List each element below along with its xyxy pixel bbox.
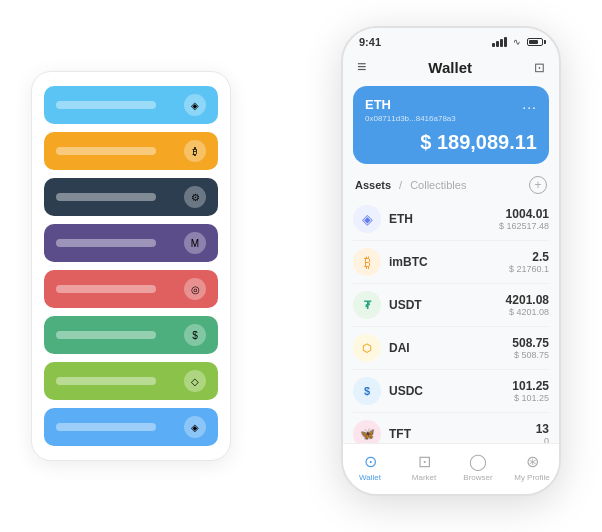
list-item[interactable]: ₿ (44, 132, 218, 170)
assets-header: Assets / Collectibles + (343, 168, 559, 198)
card-text (56, 285, 156, 293)
profile-nav-label: My Profile (514, 473, 550, 482)
asset-amount: 13 (536, 422, 549, 436)
nav-wallet[interactable]: ⊙ Wallet (348, 452, 392, 482)
asset-symbol: USDT (389, 298, 506, 312)
card-icon: ◇ (184, 370, 206, 392)
tft-logo: 🦋 (353, 420, 381, 443)
asset-values: 508.75 $ 508.75 (512, 336, 549, 360)
profile-nav-icon: ⊛ (526, 452, 539, 471)
eth-card-title: ETH (365, 97, 391, 112)
table-row[interactable]: ₿ imBTC 2.5 $ 21760.1 (353, 241, 549, 284)
wallet-nav-label: Wallet (359, 473, 381, 482)
eth-card-header: ETH ... (365, 96, 537, 112)
asset-symbol: imBTC (389, 255, 509, 269)
eth-card[interactable]: ETH ... 0x08711d3b...8416a78a3 $ 189,089… (353, 86, 549, 164)
browser-nav-label: Browser (463, 473, 492, 482)
asset-usd: $ 4201.08 (506, 307, 549, 317)
dai-logo: ⬡ (353, 334, 381, 362)
card-stack: ◈ ₿ ⚙ M ◎ $ ◇ ◈ (31, 71, 231, 461)
asset-usd: $ 162517.48 (499, 221, 549, 231)
card-text (56, 193, 156, 201)
table-row[interactable]: $ USDC 101.25 $ 101.25 (353, 370, 549, 413)
asset-usd: $ 508.75 (512, 350, 549, 360)
card-icon: ◈ (184, 94, 206, 116)
asset-values: 13 0 (536, 422, 549, 443)
nav-bar: ≡ Wallet ⊡ (343, 52, 559, 82)
signal-icon (492, 37, 507, 47)
nav-browser[interactable]: ◯ Browser (456, 452, 500, 482)
eth-logo: ◈ (353, 205, 381, 233)
card-text (56, 423, 156, 431)
wallet-nav-icon: ⊙ (364, 452, 377, 471)
status-bar: 9:41 ∿ (343, 28, 559, 52)
battery-fill (529, 40, 538, 44)
asset-usd: $ 21760.1 (509, 264, 549, 274)
scan-icon[interactable]: ⊡ (534, 60, 545, 75)
battery-icon (527, 38, 543, 46)
card-text (56, 239, 156, 247)
status-time: 9:41 (359, 36, 381, 48)
asset-values: 4201.08 $ 4201.08 (506, 293, 549, 317)
card-text (56, 377, 156, 385)
asset-values: 2.5 $ 21760.1 (509, 250, 549, 274)
list-item[interactable]: ◈ (44, 408, 218, 446)
list-item[interactable]: $ (44, 316, 218, 354)
card-icon: $ (184, 324, 206, 346)
imbtc-logo: ₿ (353, 248, 381, 276)
list-item[interactable]: ◎ (44, 270, 218, 308)
assets-tabs: Assets / Collectibles (355, 179, 466, 191)
nav-market[interactable]: ⊡ Market (402, 452, 446, 482)
asset-values: 101.25 $ 101.25 (512, 379, 549, 403)
browser-nav-icon: ◯ (469, 452, 487, 471)
asset-amount: 508.75 (512, 336, 549, 350)
eth-card-balance: $ 189,089.11 (420, 131, 537, 153)
eth-card-address: 0x08711d3b...8416a78a3 (365, 114, 537, 123)
menu-icon[interactable]: ≡ (357, 58, 366, 76)
usdc-logo: $ (353, 377, 381, 405)
asset-symbol: TFT (389, 427, 536, 441)
asset-amount: 4201.08 (506, 293, 549, 307)
market-nav-icon: ⊡ (418, 452, 431, 471)
bottom-nav: ⊙ Wallet ⊡ Market ◯ Browser ⊛ My Profile (343, 443, 559, 494)
asset-usd: $ 101.25 (512, 393, 549, 403)
card-icon: ₿ (184, 140, 206, 162)
table-row[interactable]: ⬡ DAI 508.75 $ 508.75 (353, 327, 549, 370)
list-item[interactable]: ◇ (44, 362, 218, 400)
nav-title: Wallet (428, 59, 472, 76)
asset-values: 1004.01 $ 162517.48 (499, 207, 549, 231)
eth-card-more-button[interactable]: ... (522, 96, 537, 112)
asset-list: ◈ ETH 1004.01 $ 162517.48 ₿ imBTC 2.5 $ … (343, 198, 559, 443)
card-text (56, 331, 156, 339)
tab-collectibles[interactable]: Collectibles (410, 179, 466, 191)
scene: ◈ ₿ ⚙ M ◎ $ ◇ ◈ (21, 16, 581, 516)
asset-symbol: USDC (389, 384, 512, 398)
table-row[interactable]: ₮ USDT 4201.08 $ 4201.08 (353, 284, 549, 327)
card-icon: ◎ (184, 278, 206, 300)
status-icons: ∿ (492, 37, 543, 47)
card-text (56, 147, 156, 155)
table-row[interactable]: ◈ ETH 1004.01 $ 162517.48 (353, 198, 549, 241)
card-icon: ⚙ (184, 186, 206, 208)
table-row[interactable]: 🦋 TFT 13 0 (353, 413, 549, 443)
market-nav-label: Market (412, 473, 436, 482)
asset-usd: 0 (536, 436, 549, 443)
tab-separator: / (399, 179, 402, 191)
card-text (56, 101, 156, 109)
list-item[interactable]: ⚙ (44, 178, 218, 216)
add-asset-button[interactable]: + (529, 176, 547, 194)
tab-assets[interactable]: Assets (355, 179, 391, 191)
nav-profile[interactable]: ⊛ My Profile (510, 452, 554, 482)
usdt-logo: ₮ (353, 291, 381, 319)
asset-symbol: DAI (389, 341, 512, 355)
card-icon: M (184, 232, 206, 254)
phone-mockup: 9:41 ∿ ≡ Wallet ⊡ ETH (341, 26, 561, 496)
card-icon: ◈ (184, 416, 206, 438)
list-item[interactable]: ◈ (44, 86, 218, 124)
list-item[interactable]: M (44, 224, 218, 262)
asset-amount: 2.5 (509, 250, 549, 264)
wifi-icon: ∿ (513, 37, 521, 47)
asset-amount: 1004.01 (499, 207, 549, 221)
asset-amount: 101.25 (512, 379, 549, 393)
asset-symbol: ETH (389, 212, 499, 226)
